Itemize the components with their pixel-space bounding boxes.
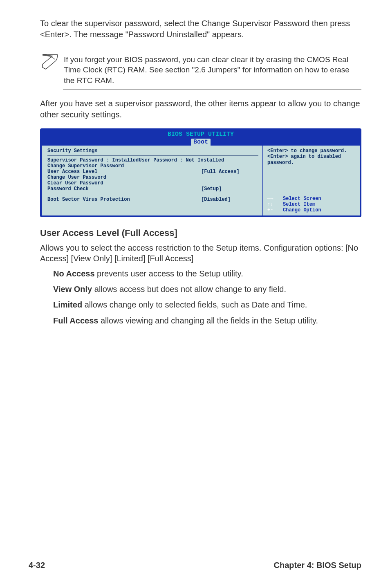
option-limited: Limited allows change only to selected f… bbox=[53, 299, 361, 310]
footer-page-number: 4-32 bbox=[29, 561, 45, 570]
paragraph-after-set: After you have set a supervisor password… bbox=[40, 98, 361, 120]
bios-header: BIOS SETUP UTILITY Boot bbox=[42, 130, 360, 146]
option-view-only-text: allows access but does not allow change … bbox=[92, 285, 286, 294]
option-limited-bold: Limited bbox=[53, 300, 82, 309]
option-limited-text: allows change only to selected fields, s… bbox=[82, 300, 307, 309]
bios-left-pane: Security Settings Supervisor Password : … bbox=[42, 146, 263, 215]
page-footer: 4-32 Chapter 4: BIOS Setup bbox=[29, 558, 361, 570]
bios-supervisor-status: Supervisor Password : Installed bbox=[47, 157, 139, 163]
bios-boot-sector-label: Boot Sector Virus Protection bbox=[47, 197, 201, 202]
nav-act-item: Select Item bbox=[283, 202, 315, 207]
bios-right-pane: <Enter> to change password. <Enter> agai… bbox=[263, 146, 360, 215]
option-view-only-bold: View Only bbox=[53, 285, 92, 294]
option-view-only: View Only allows access but does not all… bbox=[53, 284, 361, 294]
option-full-access-text: allows viewing and changing all the fiel… bbox=[98, 316, 318, 325]
pencil-note-icon bbox=[40, 53, 60, 71]
bios-user-access-level-value: [Full Access] bbox=[201, 169, 258, 175]
note-block: If you forget your BIOS password, you ca… bbox=[63, 50, 361, 90]
bios-change-supervisor: Change Supervisor Password bbox=[47, 163, 258, 169]
nav-act-option: Change Option bbox=[283, 207, 321, 213]
bios-change-user-password: Change User Password bbox=[47, 175, 258, 180]
bios-title: BIOS SETUP UTILITY bbox=[42, 131, 360, 138]
bios-password-check-value: [Setup] bbox=[201, 186, 258, 192]
nav-key-ud: ↑↓ bbox=[267, 202, 280, 207]
bios-help-line2: <Enter> again to disabled password. bbox=[267, 154, 356, 166]
option-full-access-bold: Full Access bbox=[53, 316, 98, 325]
footer-chapter: Chapter 4: BIOS Setup bbox=[274, 561, 361, 570]
bios-tab-boot: Boot bbox=[191, 139, 211, 146]
divider bbox=[47, 155, 258, 156]
note-text: If you forget your BIOS password, you ca… bbox=[64, 54, 361, 85]
bios-user-password-status: User Password : Not Installed bbox=[139, 157, 224, 163]
bios-user-access-level-label: User Access Level bbox=[47, 169, 201, 175]
nav-key-pm: +- bbox=[267, 207, 280, 213]
note-icon-wrap bbox=[40, 53, 64, 72]
nav-act-screen: Select Screen bbox=[283, 196, 321, 202]
bios-nav-help: ←→Select Screen ↑↓Select Item +-Change O… bbox=[267, 196, 356, 213]
paragraph-clear-password: To clear the supervisor password, select… bbox=[40, 18, 361, 40]
bios-section-title: Security Settings bbox=[47, 148, 258, 155]
bios-boot-sector-value: [Disabled] bbox=[201, 197, 258, 202]
bios-help-line1: <Enter> to change password. bbox=[267, 148, 356, 154]
bios-password-check-label: Password Check bbox=[47, 186, 201, 192]
bios-screenshot: BIOS SETUP UTILITY Boot Security Setting… bbox=[40, 128, 361, 217]
option-full-access: Full Access allows viewing and changing … bbox=[53, 315, 361, 326]
paragraph-ual-description: Allows you to select the access restrict… bbox=[40, 242, 361, 264]
nav-key-lr: ←→ bbox=[267, 196, 280, 202]
option-no-access-text: prevents user access to the Setup utilit… bbox=[95, 269, 243, 278]
heading-user-access-level: User Access Level (Full Access] bbox=[40, 228, 361, 238]
option-no-access-bold: No Access bbox=[53, 269, 95, 278]
bios-clear-user-password: Clear User Password bbox=[47, 180, 258, 186]
option-no-access: No Access prevents user access to the Se… bbox=[53, 268, 361, 279]
